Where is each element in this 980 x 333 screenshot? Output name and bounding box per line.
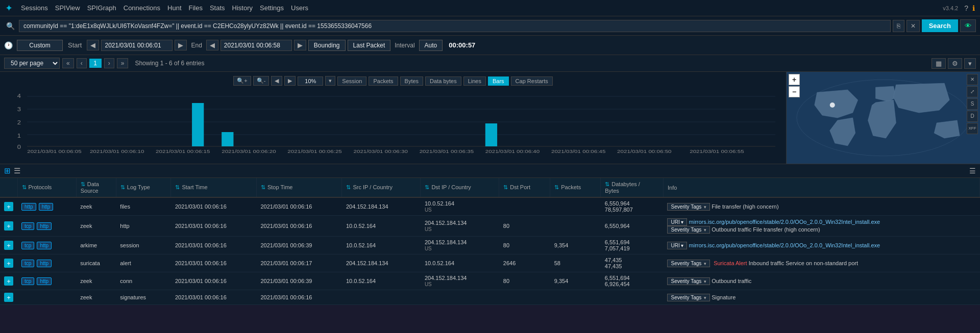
nav-history[interactable]: History [232,4,253,12]
map-s-btn[interactable]: S [967,98,978,110]
col-data-source[interactable]: ⇅DataSource [76,178,116,197]
row-expand-btn[interactable]: + [4,221,13,230]
page-first-btn[interactable]: « [62,58,74,68]
time-preset-label[interactable]: Custom [17,40,63,51]
table-row: + tcp http suricata alert 2021/03/01 00:… [0,254,980,272]
svg-text:4: 4 [17,93,21,98]
nav-spiview[interactable]: SPIView [55,4,80,12]
severity-tags-btn[interactable]: Severity Tags ▾ [667,226,710,234]
start-prev-btn[interactable]: ◀ [87,40,99,50]
uri-btn[interactable]: URI ▾ [667,218,687,226]
row-expand-btn[interactable]: + [4,293,13,302]
protocol-badge: http [37,260,52,267]
toggle-eye-btn[interactable]: 👁 [960,19,976,32]
page-prev-btn[interactable]: ‹ [77,58,87,68]
help-icon[interactable]: ? [964,4,968,12]
chart-tab-lines[interactable]: Lines [463,76,486,86]
map-zoom-out-btn[interactable]: − [789,86,800,97]
search-button[interactable]: Search [922,19,958,32]
row-expand-btn[interactable]: + [4,202,13,211]
zoom-right-btn[interactable]: ▶ [284,76,296,86]
col-stop-time[interactable]: ⇅Stop Time [256,178,342,197]
chart-tab-cap-restarts[interactable]: Cap Restarts [511,76,553,86]
nav-stats[interactable]: Stats [210,4,225,12]
zoom-out-btn[interactable]: 🔍- [253,76,270,86]
bar-chart-icon-btn[interactable]: ▦ [932,58,946,69]
zoom-left-btn[interactable]: ◀ [271,76,282,86]
duration-display: 00:00:57 [445,41,479,49]
search-input[interactable] [19,20,891,32]
map-expand-btn[interactable]: ⤢ [967,86,978,97]
col-dst-port[interactable]: ⇅Dst Port [499,178,550,197]
col-dst-ip[interactable]: ⇅Dst IP / Country [421,178,499,197]
info-cell: Severity Tags ▾ Suricata Alert Inbound t… [663,254,979,272]
col-databytes[interactable]: ⇅Databytes /Bytes [601,178,664,197]
info-icon[interactable]: ℹ [972,4,975,12]
svg-text:2021/03/01 00:06:35: 2021/03/01 00:06:35 [420,149,474,154]
end-next-btn[interactable]: ▶ [294,40,306,50]
nav-spigraph[interactable]: SPIGraph [87,4,116,12]
col-src-ip[interactable]: ⇅Src IP / Country [342,178,421,197]
uri-btn[interactable]: URI ▾ [667,242,687,249]
column-view-btn[interactable]: ☰ [14,166,20,175]
src-ip-cell [342,290,421,305]
map-zoom-in-btn[interactable]: + [789,74,800,85]
end-prev-btn[interactable]: ◀ [206,40,218,50]
severity-tags-btn[interactable]: Severity Tags ▾ [667,277,710,285]
start-next-btn[interactable]: ▶ [175,40,187,50]
clear-query-btn[interactable]: ✕ [906,20,920,32]
severity-tags-btn[interactable]: Severity Tags ▾ [667,203,710,211]
log-type-cell: session [116,237,171,254]
data-source-cell: zeek [76,197,116,216]
nav-users[interactable]: Users [291,4,308,12]
settings-icon-btn[interactable]: ⚙ [948,58,962,69]
map-close-btn[interactable]: ✕ [967,74,978,85]
nav-icons: ? ℹ [964,4,975,12]
bounding-btn[interactable]: Bounding [308,40,346,51]
nav-sessions[interactable]: Sessions [21,4,48,12]
severity-tags-btn[interactable]: Severity Tags ▾ [667,260,710,267]
zoom-pct-dropdown[interactable]: ▾ [325,76,335,86]
version-label: v3.4.2 [943,5,958,11]
severity-tags-btn[interactable]: Severity Tags ▾ [667,294,710,301]
row-expand-btn[interactable]: + [4,259,13,268]
chart-tab-bytes[interactable]: Bytes [400,76,424,86]
chart-tab-packets[interactable]: Packets [369,76,398,86]
auto-btn[interactable]: Auto [419,40,443,51]
col-start-time[interactable]: ⇅Start Time [171,178,257,197]
grid-view-btn[interactable]: ⊞ [4,166,11,175]
map-xff-btn[interactable]: XFF [967,123,978,134]
col-protocols[interactable]: ⇅Protocols [17,178,76,197]
nav-files[interactable]: Files [189,4,203,12]
nav-settings[interactable]: Settings [260,4,284,12]
page-last-btn[interactable]: » [117,58,129,68]
stop-time-cell: 2021/03/01 00:06:17 [256,254,342,272]
col-log-type[interactable]: ⇅Log Type [116,178,171,197]
chart-tab-bars[interactable]: Bars [488,76,509,86]
map-d-btn[interactable]: D [967,111,978,122]
end-label: End [189,42,204,49]
per-page-select[interactable]: 50 per page 100 per page 200 per page [4,58,60,69]
nav-connections[interactable]: Connections [124,4,160,12]
svg-text:2021/03/01 00:06:10: 2021/03/01 00:06:10 [90,149,144,154]
row-expand-btn[interactable]: + [4,276,13,286]
col-packets[interactable]: ⇅Packets [550,178,601,197]
stop-time-cell: 2021/03/01 00:06:16 [256,216,342,237]
uri-link[interactable]: mirrors.isc.org/pub/openoffice/stable/2.… [689,242,880,248]
uri-link[interactable]: mirrors.isc.org/pub/openoffice/stable/2.… [689,219,880,225]
row-expand-btn[interactable]: + [4,241,13,250]
zoom-in-btn[interactable]: 🔍+ [233,76,251,86]
last-packet-btn[interactable]: Last Packet [348,40,391,51]
zoom-percent[interactable]: 10% [298,76,323,86]
table-options-btn[interactable]: ☰ [969,167,976,175]
protocol-badge: http [37,277,52,285]
page-next-btn[interactable]: › [104,58,114,68]
start-time-input[interactable] [101,40,173,51]
chart-tab-session[interactable]: Session [337,76,366,86]
copy-query-btn[interactable]: ⎘ [893,20,904,32]
nav-hunt[interactable]: Hunt [167,4,181,12]
chevron-down-icon-btn[interactable]: ▾ [964,58,976,69]
chart-tab-databytes[interactable]: Data bytes [425,76,461,86]
search-icon-btn[interactable]: 🔍 [4,21,17,31]
end-time-input[interactable] [220,40,292,51]
